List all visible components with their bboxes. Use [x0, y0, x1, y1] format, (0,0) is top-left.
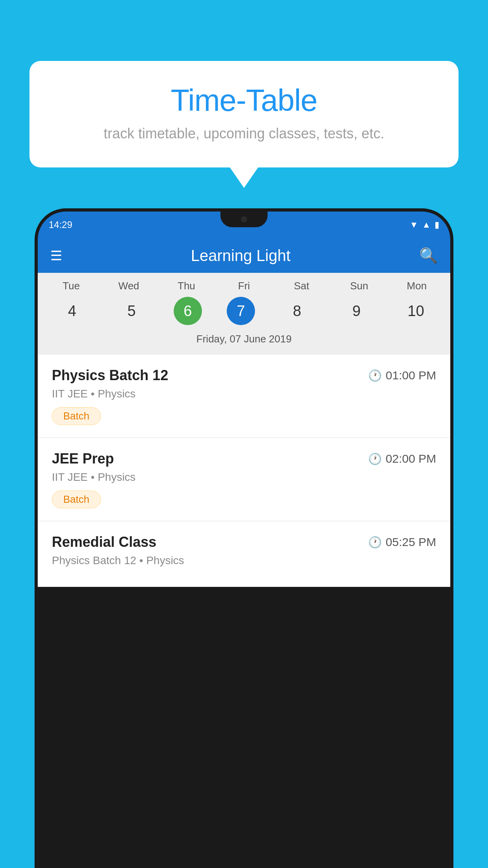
item-subtitle-3: Physics Batch 12 • Physics: [52, 554, 436, 567]
selected-date: Friday, 07 June 2019: [38, 330, 450, 351]
day-headers: Tue Wed Thu Fri Sat Sun Mon: [38, 280, 450, 292]
signal-icon: ▲: [422, 220, 431, 230]
item-title-2: JEE Prep: [52, 451, 114, 467]
day-header-thu[interactable]: Thu: [169, 280, 204, 292]
day-4[interactable]: 4: [55, 297, 90, 325]
wifi-icon: ▼: [409, 220, 418, 230]
item-header-1: Physics Batch 12 🕐 01:00 PM: [52, 367, 436, 384]
day-header-fri[interactable]: Fri: [227, 280, 261, 292]
item-time-3: 🕐 05:25 PM: [368, 535, 436, 549]
item-time-2: 🕐 02:00 PM: [368, 452, 436, 465]
clock-icon-2: 🕐: [368, 452, 382, 465]
battery-icon: ▮: [435, 220, 439, 230]
item-title-1: Physics Batch 12: [52, 367, 168, 384]
item-subtitle-1: IIT JEE • Physics: [52, 388, 436, 400]
speech-bubble: Time-Table track timetable, upcoming cla…: [29, 61, 459, 167]
day-5[interactable]: 5: [114, 297, 149, 325]
day-header-wed[interactable]: Wed: [112, 280, 146, 292]
day-8[interactable]: 8: [280, 297, 314, 325]
day-6-today[interactable]: 6: [174, 297, 202, 325]
camera: [241, 216, 247, 223]
app-title: Learning Light: [73, 247, 408, 265]
schedule-item-3[interactable]: Remedial Class 🕐 05:25 PM Physics Batch …: [38, 521, 450, 587]
phone-mockup: 14:29 ▼ ▲ ▮ ☰ Learning Light 🔍 Tue Wed T…: [35, 208, 453, 868]
clock-icon-3: 🕐: [368, 536, 382, 549]
day-header-sun[interactable]: Sun: [342, 280, 376, 292]
day-header-sat[interactable]: Sat: [284, 280, 319, 292]
clock-icon-1: 🕐: [368, 369, 382, 382]
day-10[interactable]: 10: [398, 297, 433, 325]
day-header-mon[interactable]: Mon: [400, 280, 434, 292]
item-title-3: Remedial Class: [52, 534, 156, 550]
schedule-item-2[interactable]: JEE Prep 🕐 02:00 PM IIT JEE • Physics Ba…: [38, 438, 450, 521]
app-bar: ☰ Learning Light 🔍: [38, 238, 450, 273]
status-bar: 14:29 ▼ ▲ ▮: [38, 211, 450, 238]
status-time: 14:29: [49, 219, 72, 230]
item-header-3: Remedial Class 🕐 05:25 PM: [52, 534, 436, 550]
day-7-selected[interactable]: 7: [227, 297, 255, 325]
day-header-tue[interactable]: Tue: [54, 280, 88, 292]
schedule-container: Physics Batch 12 🕐 01:00 PM IIT JEE • Ph…: [38, 355, 450, 587]
day-numbers: 4 5 6 7 8 9 10: [38, 297, 450, 325]
phone-inner: 14:29 ▼ ▲ ▮ ☰ Learning Light 🔍 Tue Wed T…: [38, 211, 450, 587]
hamburger-icon[interactable]: ☰: [50, 249, 62, 262]
batch-badge-1: Batch: [52, 407, 101, 425]
notch: [220, 211, 268, 227]
item-subtitle-2: IIT JEE • Physics: [52, 471, 436, 484]
status-icons: ▼ ▲ ▮: [409, 220, 439, 230]
bubble-title: Time-Table: [53, 83, 435, 118]
schedule-item-1[interactable]: Physics Batch 12 🕐 01:00 PM IIT JEE • Ph…: [38, 355, 450, 438]
day-9[interactable]: 9: [339, 297, 374, 325]
bubble-subtitle: track timetable, upcoming classes, tests…: [53, 125, 435, 142]
batch-badge-2: Batch: [52, 491, 101, 508]
item-time-1: 🕐 01:00 PM: [368, 369, 436, 382]
search-icon[interactable]: 🔍: [419, 247, 438, 264]
item-header-2: JEE Prep 🕐 02:00 PM: [52, 451, 436, 467]
calendar-strip: Tue Wed Thu Fri Sat Sun Mon 4 5 6 7 8 9 …: [38, 273, 450, 355]
